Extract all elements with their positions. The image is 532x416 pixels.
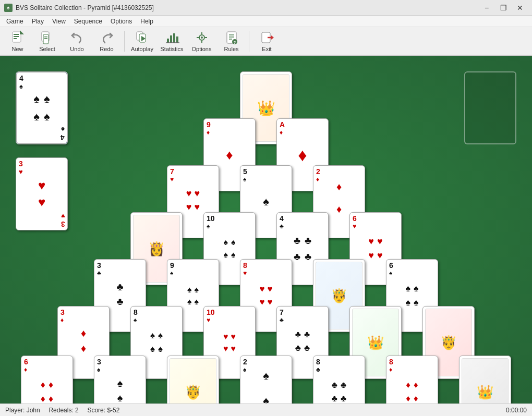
pyramid-row7-card2[interactable]: 3 ♠ 3 ♠♠	[94, 356, 146, 403]
new-icon	[10, 30, 25, 45]
exit-label: Exit	[262, 46, 271, 52]
select-button[interactable]: Select	[33, 29, 62, 53]
svg-rect-12	[167, 39, 169, 43]
restore-button[interactable]: ❐	[495, 3, 511, 13]
pyramid-row7-card3[interactable]: J ♦ 🤴	[167, 356, 219, 403]
pyramid-row7-card5[interactable]: 8 ♣ 8 ♣♣♣♣	[313, 356, 365, 403]
autoplay-icon	[135, 30, 150, 45]
svg-rect-2	[14, 36, 19, 37]
player-name: Player: John	[5, 407, 40, 414]
deck-card[interactable]: 4 ♠ 4 ♠ ♠♠ ♠♠	[16, 71, 68, 144]
redo-label: Redo	[100, 46, 113, 52]
undo-icon	[70, 30, 84, 45]
window-title: BVS Solitaire Collection - Pyramid [#413…	[16, 4, 154, 11]
score-value: Score: $-52	[87, 407, 119, 414]
new-label: New	[11, 46, 23, 52]
pyramid-row7-card1[interactable]: 6 ♦ 6 ♦♦♦♦	[21, 356, 73, 403]
toolbar-sep-1	[124, 31, 125, 52]
exit-icon	[260, 30, 274, 45]
svg-rect-1	[14, 34, 19, 35]
rules-label: Rules	[224, 46, 238, 52]
svg-rect-3	[14, 38, 17, 39]
svg-rect-8	[44, 38, 47, 39]
titlebar: ♠ BVS Solitaire Collection - Pyramid [#4…	[0, 0, 532, 16]
titlebar-controls[interactable]: − ❐ ✕	[479, 3, 528, 13]
statistics-label: Statistics	[160, 46, 183, 52]
options-icon	[195, 30, 209, 45]
menu-options[interactable]: Options	[106, 17, 136, 26]
svg-rect-15	[176, 36, 178, 43]
menubar: Game Play View Sequence Options Help	[0, 16, 532, 27]
undo-label: Undo	[70, 46, 83, 52]
pyramid-row7-card7[interactable]: K ♠ 👑	[459, 356, 511, 403]
autoplay-button[interactable]: Autoplay	[128, 29, 156, 53]
autoplay-label: Autoplay	[131, 46, 153, 52]
app-icon: ♠	[4, 4, 13, 12]
svg-rect-14	[173, 33, 175, 43]
jack-diamonds-face: 🤴	[170, 358, 216, 403]
svg-rect-13	[170, 35, 172, 43]
svg-rect-7	[44, 36, 47, 38]
redo-button[interactable]: Redo	[92, 29, 121, 53]
minimize-button[interactable]: −	[479, 3, 494, 13]
statusbar: Player: John Redeals: 2 Score: $-52 0:00…	[0, 403, 532, 416]
game-area[interactable]: 4 ♠ 4 ♠ ♠♠ ♠♠ 3 ♥ 3 ♥ ♥ ♥ Q ♦ Q ♦ 👑	[0, 56, 532, 403]
rules-button[interactable]: ? Rules	[217, 29, 246, 53]
svg-rect-6	[43, 34, 49, 44]
pyramid-row7-card4[interactable]: 2 ♠ 2 ♠♠	[240, 356, 292, 403]
empty-slot[interactable]	[464, 71, 516, 144]
menu-view[interactable]: View	[48, 17, 70, 26]
menu-help[interactable]: Help	[136, 17, 158, 26]
close-button[interactable]: ✕	[512, 3, 528, 13]
menu-game[interactable]: Game	[2, 17, 28, 26]
select-label: Select	[39, 46, 55, 52]
player-info: Player: John Redeals: 2 Score: $-52	[5, 407, 119, 414]
undo-button[interactable]: Undo	[63, 29, 91, 53]
toolbar-sep-2	[249, 31, 249, 52]
exit-button[interactable]: Exit	[252, 29, 281, 53]
svg-point-18	[201, 36, 203, 39]
new-button[interactable]: New	[3, 29, 32, 53]
menu-play[interactable]: Play	[28, 17, 48, 26]
select-icon	[40, 30, 55, 45]
svg-marker-31	[271, 35, 274, 40]
rules-icon: ?	[224, 30, 239, 45]
king-spades-face: 👑	[462, 358, 509, 403]
toolbar: New Select Undo R	[0, 27, 532, 56]
redo-icon	[100, 30, 114, 45]
options-button[interactable]: Options	[187, 29, 216, 53]
menu-sequence[interactable]: Sequence	[70, 17, 106, 26]
statistics-icon	[165, 30, 179, 45]
statistics-button[interactable]: Statistics	[158, 29, 186, 53]
discard-card[interactable]: 3 ♥ 3 ♥ ♥ ♥	[16, 157, 68, 230]
game-time: 0:00:00	[506, 407, 527, 414]
titlebar-left: ♠ BVS Solitaire Collection - Pyramid [#4…	[4, 4, 154, 12]
pyramid-row7-card6[interactable]: 8 ♦ 8 ♦♦♦♦	[386, 356, 438, 403]
options-label: Options	[192, 46, 212, 52]
svg-text:?: ?	[233, 40, 236, 45]
svg-marker-4	[20, 30, 24, 34]
redeals-count: Redeals: 2	[49, 407, 78, 414]
